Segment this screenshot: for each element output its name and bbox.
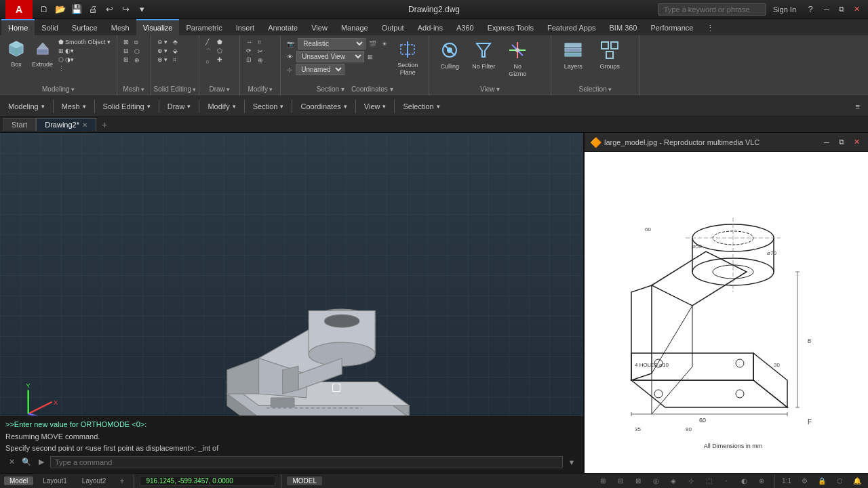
tab-drawing2[interactable]: Drawing2* ✕ (36, 118, 96, 131)
hardware-btn[interactable]: ⬡ (833, 475, 846, 487)
visual-style-select[interactable]: RealisticConceptualWireframe (298, 38, 366, 49)
help-btn[interactable]: ? (803, 2, 818, 17)
layout2-tab[interactable]: Layout2 (77, 476, 112, 485)
view-icons[interactable]: 📷 (285, 40, 296, 48)
trans-btn[interactable]: ◐ (737, 475, 751, 487)
section-plane-btn[interactable]: Section Plane (391, 38, 425, 77)
draw-btn4[interactable]: ⬟ (215, 38, 224, 46)
mod-btn2[interactable]: ⟳ (244, 47, 254, 55)
solid-btn3[interactable]: ⊗ ▾ (155, 56, 170, 64)
draw-btn2[interactable]: ⌒ (203, 47, 214, 57)
mod-btn4[interactable]: ⌗ (256, 38, 265, 47)
tool2-btn[interactable]: ⊞◐▾ (56, 47, 113, 55)
viewport[interactable]: X Y >>Enter new value for ORTHOMODE <0>:… (0, 133, 583, 473)
modify-panel-btn[interactable]: Modify (203, 101, 239, 112)
annotate-scale-btn[interactable]: 1:1 (780, 475, 793, 487)
view-select[interactable]: Unsaved View (296, 51, 364, 62)
mesh-btn6[interactable]: ⊛ (132, 56, 142, 64)
polar-btn[interactable]: ◎ (649, 475, 663, 487)
command-input[interactable] (50, 456, 563, 468)
lw-btn[interactable]: ⬞ (719, 475, 733, 487)
ui-lock-btn[interactable]: 🔒 (815, 475, 829, 487)
layers-btn[interactable]: Layers (555, 38, 591, 71)
coordinates-panel-btn[interactable]: Coordinates (296, 101, 351, 112)
snap-btn[interactable]: ⊞ (596, 475, 610, 487)
tab-surface[interactable]: Surface (65, 19, 104, 35)
mesh-btn1[interactable]: ⊠ (121, 38, 131, 46)
vlc-minimize-btn[interactable]: ─ (821, 136, 833, 148)
new-tab-btn[interactable]: + (96, 117, 113, 132)
redo-btn[interactable]: ↪ (118, 2, 133, 17)
plot-btn[interactable]: 🖨 (85, 2, 100, 17)
sign-in-btn[interactable]: Sign In (769, 2, 800, 17)
close-tab-btn[interactable]: ✕ (82, 121, 87, 129)
draw-btn5[interactable]: ⬠ (215, 47, 224, 55)
cmd-close-btn[interactable]: ✕ (5, 456, 18, 468)
ortho-btn[interactable]: ⊠ (631, 475, 645, 487)
tab-parametric[interactable]: Parametric (179, 19, 229, 35)
app-button[interactable]: A (5, 0, 33, 19)
cmd-scroll-btn[interactable]: ▼ (566, 456, 578, 468)
tab-mesh[interactable]: Mesh (104, 19, 136, 35)
tab-addins[interactable]: Add-ins (411, 19, 450, 35)
search-input[interactable] (658, 3, 766, 16)
add-layout-btn[interactable]: + (115, 476, 128, 486)
tab-bim[interactable]: BIM 360 (603, 19, 644, 35)
vlc-close-btn[interactable]: ✕ (850, 136, 863, 148)
no-gizmo-btn[interactable]: No Gizmo (501, 38, 534, 79)
tab-featured[interactable]: Featured Apps (540, 19, 603, 35)
mod-btn3[interactable]: ⊡ (244, 56, 254, 64)
smooth-object-btn[interactable]: ⬟ Smooth Object ▾ (56, 38, 113, 46)
cmd-search-btn[interactable]: 🔍 (20, 456, 33, 468)
box-btn[interactable]: Box (4, 38, 28, 69)
solid-btn2[interactable]: ⊕ ▾ (155, 47, 170, 55)
groups-btn[interactable]: Groups (592, 38, 627, 71)
tab-overflow[interactable]: ⋮ (700, 19, 721, 35)
solid-btn6[interactable]: ⌗ (171, 56, 180, 64)
tab-output[interactable]: Output (375, 19, 411, 35)
mod-btn5[interactable]: ✂ (256, 47, 265, 56)
vlc-restore-btn[interactable]: ⧉ (835, 136, 848, 148)
tab-view[interactable]: View (304, 19, 334, 35)
notifications-btn[interactable]: 🔔 (850, 475, 864, 487)
solid-editing-panel-btn[interactable]: Solid Editing (99, 101, 155, 112)
restore-btn[interactable]: ⧉ (835, 3, 848, 16)
mesh-panel-btn[interactable]: Mesh (58, 101, 90, 112)
view-panel-btn[interactable]: View (360, 101, 391, 112)
mod-btn1[interactable]: ↔ (244, 38, 254, 46)
solid-btn5[interactable]: ⬙ (171, 47, 180, 55)
view-icon2[interactable]: 🎬 (367, 40, 378, 48)
draw-btn3[interactable]: ○ (203, 58, 214, 66)
mesh-btn3[interactable]: ⊞ (121, 56, 131, 64)
undo-btn[interactable]: ↩ (102, 2, 117, 17)
model-tab[interactable]: Model (4, 476, 33, 485)
solid-btn4[interactable]: ⬘ (171, 38, 180, 46)
mesh-btn5[interactable]: ⬡ (132, 47, 142, 56)
tab-a360[interactable]: A360 (450, 19, 481, 35)
named-view-icon[interactable]: 👁 (285, 53, 295, 61)
extrude-btn[interactable]: Extrude (30, 38, 55, 69)
mod-btn6[interactable]: ⊕ (256, 56, 265, 64)
tab-annotate[interactable]: Annotate (261, 19, 304, 35)
workspace-btn[interactable]: ⚙ (797, 475, 811, 487)
ucs-select[interactable]: Unnamed (296, 64, 344, 75)
otrack-btn[interactable]: ⊹ (684, 475, 698, 487)
mesh-btn2[interactable]: ⊟ (121, 47, 131, 55)
solid-btn1[interactable]: ⊝ ▾ (155, 38, 170, 46)
osnap-btn[interactable]: ◈ (667, 475, 680, 487)
tab-manage[interactable]: Manage (334, 19, 375, 35)
dynin-btn[interactable]: ⬚ (702, 475, 715, 487)
view-more[interactable]: ⊞ (366, 53, 375, 61)
close-btn[interactable]: ✕ (850, 3, 863, 16)
tab-start[interactable]: Start (3, 118, 36, 131)
panel-overflow-btn[interactable]: ≡ (852, 101, 864, 112)
more-btn[interactable]: ▾ (134, 2, 149, 17)
modeling-panel-btn[interactable]: Modeling (4, 101, 49, 112)
grid-btn[interactable]: ⊟ (614, 475, 627, 487)
tab-express[interactable]: Express Tools (481, 19, 540, 35)
tab-insert[interactable]: Insert (229, 19, 262, 35)
no-filter-btn[interactable]: No Filter (467, 38, 500, 71)
draw-btn6[interactable]: ✚ (215, 56, 224, 64)
mesh-btn4[interactable]: ⧈ (132, 38, 142, 47)
tab-solid[interactable]: Solid (35, 19, 64, 35)
